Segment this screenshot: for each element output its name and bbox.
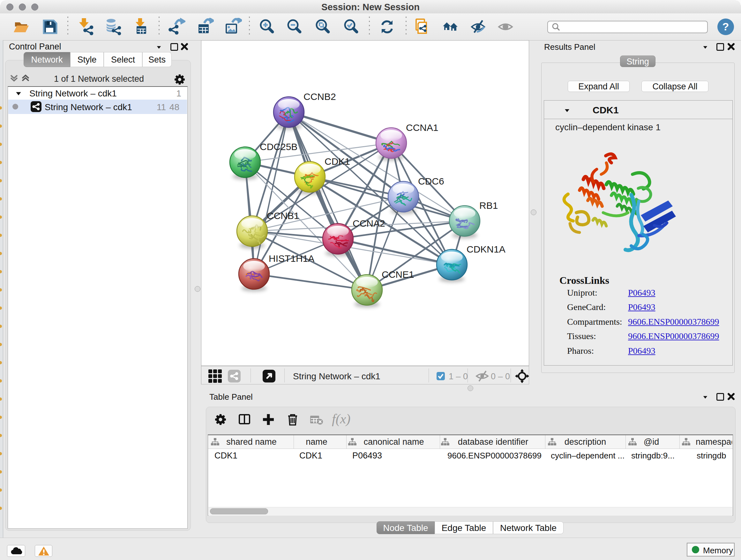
- svg-text:CCNB2: CCNB2: [304, 91, 336, 102]
- svg-text:CCNB1: CCNB1: [267, 210, 299, 221]
- svg-text:CCNE1: CCNE1: [382, 269, 414, 280]
- svg-text:HIST1H1A: HIST1H1A: [269, 253, 314, 264]
- svg-text:CCNA1: CCNA1: [406, 122, 439, 133]
- svg-text:CCNA2: CCNA2: [353, 218, 385, 229]
- svg-text:CDC6: CDC6: [418, 176, 444, 186]
- svg-text:RB1: RB1: [479, 200, 498, 211]
- svg-text:CDC25B: CDC25B: [260, 141, 297, 152]
- svg-text:CDK1: CDK1: [325, 156, 350, 167]
- svg-text:CDKN1A: CDKN1A: [467, 244, 506, 254]
